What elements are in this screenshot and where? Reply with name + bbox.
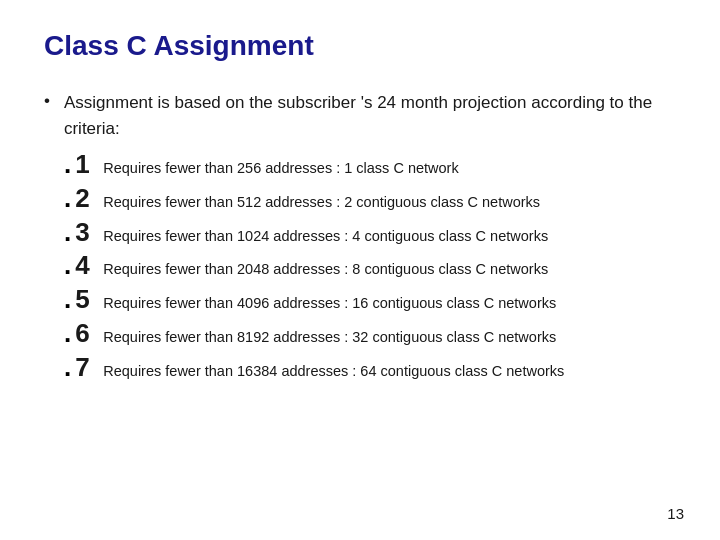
numbered-list: . 1 Requires fewer than 256 addresses : …	[64, 151, 676, 382]
number-prefix-1: .	[64, 151, 71, 177]
list-item: . 7 Requires fewer than 16384 addresses …	[64, 354, 676, 383]
list-item: . 5 Requires fewer than 4096 addresses :…	[64, 286, 676, 315]
number-6: 6	[75, 320, 103, 346]
intro-bullet: • Assignment is based on the subscriber …	[44, 90, 676, 141]
number-prefix-5: .	[64, 286, 71, 312]
intro-text: Assignment is based on the subscriber 's…	[64, 90, 676, 141]
list-item: . 6 Requires fewer than 8192 addresses :…	[64, 320, 676, 349]
bullet-dot: •	[44, 91, 50, 111]
page-number: 13	[667, 505, 684, 522]
number-4: 4	[75, 252, 103, 278]
number-5: 5	[75, 286, 103, 312]
number-prefix-4: .	[64, 252, 71, 278]
list-item: . 4 Requires fewer than 2048 addresses :…	[64, 252, 676, 281]
item-text-2: Requires fewer than 512 addresses : 2 co…	[103, 192, 540, 214]
number-1: 1	[75, 151, 103, 177]
item-text-4: Requires fewer than 2048 addresses : 8 c…	[103, 259, 548, 281]
list-item: . 1 Requires fewer than 256 addresses : …	[64, 151, 676, 180]
slide: Class C Assignment • Assignment is based…	[0, 0, 720, 540]
list-item: . 2 Requires fewer than 512 addresses : …	[64, 185, 676, 214]
item-text-3: Requires fewer than 1024 addresses : 4 c…	[103, 226, 548, 248]
number-2: 2	[75, 185, 103, 211]
item-text-1: Requires fewer than 256 addresses : 1 cl…	[103, 158, 458, 180]
number-prefix-7: .	[64, 354, 71, 380]
item-text-7: Requires fewer than 16384 addresses : 64…	[103, 361, 564, 383]
number-7: 7	[75, 354, 103, 380]
list-item: . 3 Requires fewer than 1024 addresses :…	[64, 219, 676, 248]
number-prefix-2: .	[64, 185, 71, 211]
number-prefix-6: .	[64, 320, 71, 346]
item-text-6: Requires fewer than 8192 addresses : 32 …	[103, 327, 556, 349]
slide-title: Class C Assignment	[44, 30, 676, 62]
number-3: 3	[75, 219, 103, 245]
item-text-5: Requires fewer than 4096 addresses : 16 …	[103, 293, 556, 315]
number-prefix-3: .	[64, 219, 71, 245]
